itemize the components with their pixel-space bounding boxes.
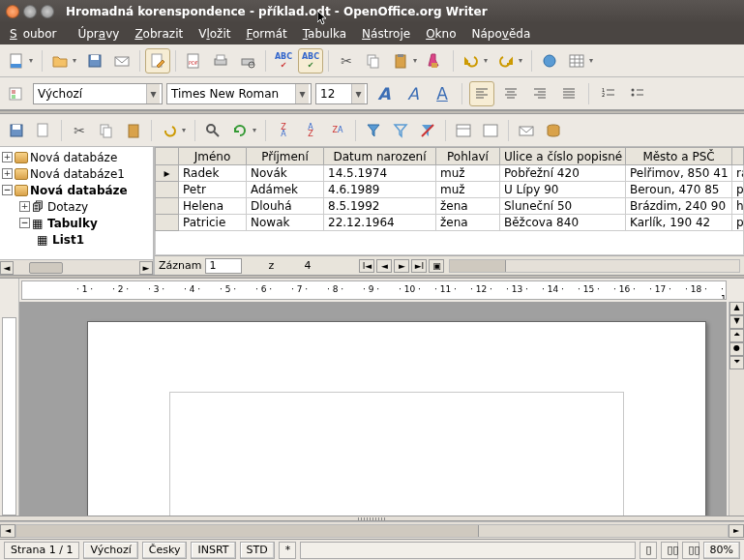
status-insert-mode[interactable]: INSRT	[191, 542, 235, 559]
tree-item-db1[interactable]: +Nová databáze1	[2, 165, 151, 182]
chevron-down-icon[interactable]: ▾	[295, 84, 309, 103]
expand-icon[interactable]: +	[2, 152, 13, 162]
scroll-thumb[interactable]	[29, 262, 63, 274]
redo-button[interactable]	[493, 48, 519, 74]
db-cut-button[interactable]: ✂	[67, 118, 92, 143]
row-marker[interactable]: ▸	[156, 165, 179, 182]
cut-button[interactable]: ✂	[334, 48, 359, 74]
scroll-up-icon[interactable]: ▲	[729, 302, 744, 315]
grid-rowhead[interactable]	[156, 148, 179, 165]
spellcheck-button[interactable]: ABC✔	[271, 48, 296, 74]
vertical-ruler[interactable]	[0, 279, 19, 516]
col-jmeno[interactable]: Jméno	[179, 148, 247, 165]
scroll-down-icon[interactable]: ▼	[729, 315, 744, 329]
print-direct-button[interactable]	[208, 48, 233, 74]
collapse-icon[interactable]: −	[2, 185, 13, 195]
db-autofilter-button[interactable]	[361, 118, 386, 143]
page-down-icon[interactable]: ⏷	[729, 356, 744, 369]
scroll-left-icon[interactable]: ◄	[0, 524, 15, 538]
scroll-right-icon[interactable]: ►	[729, 524, 744, 538]
col-prijmeni[interactable]: Příjmení	[247, 148, 324, 165]
status-book-layout-icon[interactable]: ▯	[640, 542, 657, 559]
tree-hscroll[interactable]: ◄ ►	[0, 259, 153, 275]
db-data-to-fields-button[interactable]	[478, 118, 503, 143]
chevron-down-icon[interactable]: ▾	[351, 84, 365, 103]
page-up-icon[interactable]: ⏶	[729, 329, 744, 342]
row-marker[interactable]	[156, 215, 179, 231]
db-copy-button[interactable]	[94, 118, 119, 143]
scroll-left-icon[interactable]: ◄	[0, 261, 14, 275]
datasource-tree[interactable]: +Nová databáze +Nová databáze1 −Nová dat…	[0, 147, 155, 275]
copy-button[interactable]	[361, 48, 386, 74]
new-doc-button[interactable]	[4, 48, 29, 74]
font-name-combo[interactable]: Times New Roman▾	[166, 83, 312, 104]
undo-dropdown[interactable]: ▾	[484, 56, 491, 65]
horizontal-scrollbar[interactable]: ◄ ►	[0, 521, 744, 539]
menu-vlozit[interactable]: Vložit	[193, 25, 236, 43]
text-frame[interactable]	[169, 392, 624, 516]
grid-hscroll[interactable]	[449, 259, 740, 273]
db-refresh-button[interactable]	[227, 118, 253, 143]
italic-button[interactable]: A	[401, 81, 426, 106]
status-style[interactable]: Výchozí	[83, 542, 137, 559]
align-center-button[interactable]	[498, 81, 523, 106]
expand-icon[interactable]: +	[19, 201, 30, 212]
collapse-icon[interactable]: −	[19, 218, 30, 228]
scroll-thumb[interactable]	[16, 525, 479, 537]
tree-item-tables[interactable]: −▦Tabulky	[2, 215, 151, 231]
paste-button[interactable]	[388, 48, 413, 74]
format-paintbrush-button[interactable]	[423, 48, 448, 74]
undo-button[interactable]	[459, 48, 484, 74]
bullet-list-button[interactable]	[625, 81, 650, 106]
edit-mode-button[interactable]	[145, 48, 170, 74]
numbered-list-button[interactable]: 12	[596, 81, 621, 106]
document-canvas[interactable]	[19, 302, 727, 516]
menu-okno[interactable]: Okno	[420, 25, 461, 43]
font-size-combo[interactable]: 12▾	[315, 83, 368, 104]
db-paste-button[interactable]	[121, 118, 146, 143]
table-button[interactable]	[564, 48, 589, 74]
db-mailmerge-button[interactable]	[514, 118, 539, 143]
underline-button[interactable]: A	[430, 81, 455, 106]
record-first-button[interactable]: I◄	[359, 259, 374, 273]
window-minimize-button[interactable]	[23, 5, 37, 18]
chevron-down-icon[interactable]: ▾	[146, 84, 160, 103]
table-row[interactable]: PetrAdámek 4.6.1989muž U Lípy 90Beroun, …	[156, 182, 744, 198]
print-preview-button[interactable]	[235, 48, 260, 74]
email-button[interactable]	[109, 48, 134, 74]
record-new-button[interactable]: ▣	[429, 259, 444, 273]
col-extra[interactable]	[732, 148, 744, 165]
horizontal-ruler[interactable]: · 1 ·· 2 ·· 3 ·· 4 ·· 5 ·· 6 ·· 7 ·· 8 ·…	[21, 280, 727, 300]
table-row[interactable]: HelenaDlouhá 8.5.1992žena Sluneční 50Brá…	[156, 198, 744, 215]
paste-dropdown[interactable]: ▾	[413, 56, 421, 65]
col-ulice[interactable]: Ulice a číslo popisné	[500, 148, 626, 165]
table-row[interactable]: ▸ RadekNovák 14.5.1974muž Pobřežní 420Pe…	[156, 165, 744, 182]
status-zoom[interactable]: 80%	[703, 542, 740, 559]
col-datum[interactable]: Datum narození	[324, 148, 436, 165]
scroll-right-icon[interactable]: ►	[139, 261, 153, 275]
nav-icon[interactable]: ●	[729, 342, 744, 356]
tree-item-list1[interactable]: ▦List1	[2, 231, 151, 248]
align-justify-button[interactable]	[556, 81, 581, 106]
record-next-button[interactable]: ►	[394, 259, 409, 273]
menu-upravy[interactable]: Úpravy	[72, 25, 125, 43]
scroll-thumb[interactable]	[450, 260, 506, 272]
menu-zobrazit[interactable]: Zobrazit	[129, 25, 189, 43]
tree-item-db0[interactable]: +Nová databáze	[2, 149, 151, 165]
align-right-button[interactable]	[527, 81, 552, 106]
db-data-to-text-button[interactable]	[451, 118, 476, 143]
status-book2-layout-icon[interactable]: ▯▯	[682, 542, 699, 559]
db-sort-button[interactable]: ZA	[325, 118, 350, 143]
db-undo-button[interactable]	[157, 118, 182, 143]
redo-dropdown[interactable]: ▾	[519, 56, 526, 65]
db-datasource-button[interactable]	[541, 118, 566, 143]
menu-napoveda[interactable]: Nápověda	[466, 25, 537, 43]
table-dropdown[interactable]: ▾	[589, 56, 597, 65]
autospell-button[interactable]: ABC✔	[298, 48, 323, 74]
align-left-button[interactable]	[469, 81, 494, 106]
status-language[interactable]: Česky	[142, 542, 188, 559]
bold-button[interactable]: A	[372, 81, 397, 106]
menu-nastroje[interactable]: Nástroje	[356, 25, 416, 43]
menu-format[interactable]: Formát	[240, 25, 292, 43]
open-button[interactable]	[47, 48, 73, 74]
